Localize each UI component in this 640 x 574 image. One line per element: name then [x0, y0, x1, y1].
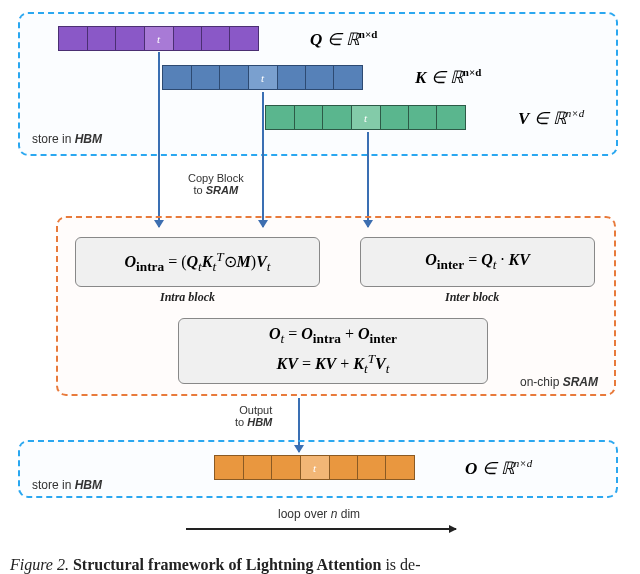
- caption-rest: is de-: [385, 556, 420, 573]
- q-tensor: [58, 26, 259, 51]
- hbm-top-label: store in HBM: [32, 132, 102, 146]
- q-label: Q ∈ ℝn×d: [310, 28, 377, 50]
- o-label: O ∈ ℝn×d: [465, 457, 532, 479]
- sram-label: on-chip SRAM: [520, 375, 598, 389]
- intra-eq: Ointra = (QtKtT⊙M)Vt: [124, 249, 270, 276]
- copy-annotation: Copy Blockto SRAM: [188, 172, 244, 196]
- k-tensor: [162, 65, 363, 90]
- hbm-bottom-label: store in HBM: [32, 478, 102, 492]
- arrow-k: [262, 92, 264, 227]
- update-eq-box: Ot = Ointra + Ointer KV = KV + KtTVt: [178, 318, 488, 384]
- inter-eq: Ointer = Qt · KV: [425, 251, 530, 273]
- caption-title: Structural framework of Lightning Attent…: [73, 556, 381, 573]
- k-label: K ∈ ℝn×d: [415, 66, 481, 88]
- intra-label: Intra block: [160, 290, 215, 305]
- v-tensor: [265, 105, 466, 130]
- inter-label: Inter block: [445, 290, 499, 305]
- loop-label: loop over n dim: [278, 507, 360, 521]
- intra-eq-box: Ointra = (QtKtT⊙M)Vt: [75, 237, 320, 287]
- arrow-q: [158, 52, 160, 227]
- update-eq-1: Ot = Ointra + Ointer: [269, 325, 397, 347]
- o-t-cell: [300, 455, 330, 480]
- figure-diagram: store in HBM Q ∈ ℝn×d K ∈ ℝn×d V ∈ ℝn×d …: [0, 0, 640, 548]
- caption-fignum: Figure 2.: [10, 556, 69, 573]
- update-eq-2: KV = KV + KtTVt: [277, 351, 390, 378]
- loop-arrow: [186, 528, 456, 530]
- v-label: V ∈ ℝn×d: [518, 107, 584, 129]
- arrow-v: [367, 132, 369, 227]
- q-t-cell: [144, 26, 174, 51]
- v-t-cell: [351, 105, 381, 130]
- o-tensor: [214, 455, 415, 480]
- inter-eq-box: Ointer = Qt · KV: [360, 237, 595, 287]
- output-annotation: Outputto HBM: [235, 404, 272, 428]
- figure-caption: Figure 2. Structural framework of Lightn…: [0, 556, 640, 574]
- k-t-cell: [248, 65, 278, 90]
